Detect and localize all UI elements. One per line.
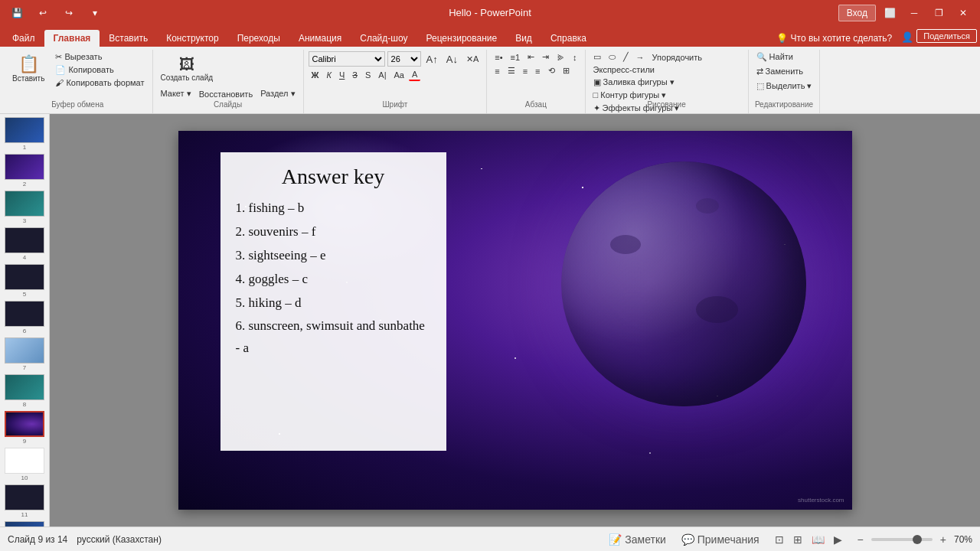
section-button[interactable]: Раздел ▾ — [257, 88, 298, 99]
shadow-button[interactable]: S — [362, 70, 374, 80]
shape-rect[interactable]: ▭ — [590, 51, 604, 63]
italic-button[interactable]: К — [324, 70, 335, 80]
cut-button[interactable]: ✂ Вырезать — [52, 51, 147, 63]
paste-label: Вставить — [12, 74, 44, 83]
slide-thumbnail-6[interactable] — [5, 301, 44, 327]
arrange-button[interactable]: Упорядочить — [649, 51, 705, 63]
customize-quick-access[interactable]: ▾ — [84, 2, 106, 24]
slide-thumbnail-2[interactable] — [5, 154, 44, 180]
slide-thumbnail-3[interactable] — [5, 191, 44, 217]
justify-button[interactable]: ≡ — [532, 66, 543, 77]
increase-font-button[interactable]: A↑ — [423, 53, 441, 66]
clear-format-button[interactable]: ✕A — [463, 54, 482, 65]
replace-button[interactable]: ⇄ Заменить — [753, 66, 815, 77]
reset-button[interactable]: Восстановить — [196, 88, 256, 99]
align-right-button[interactable]: ≡ — [520, 66, 531, 77]
align-left-button[interactable]: ≡ — [492, 66, 502, 77]
shape-arrow[interactable]: → — [633, 51, 648, 63]
slide-thumbnail-9[interactable] — [5, 411, 44, 437]
new-slide-button[interactable]: 🖼 Создать слайд — [158, 54, 217, 83]
layout-button[interactable]: Макет ▾ — [158, 88, 194, 99]
crater1 — [610, 235, 641, 254]
close-button[interactable]: ✕ — [952, 2, 974, 24]
slide-options: Макет ▾ Восстановить Раздел ▾ — [158, 88, 299, 99]
select-button[interactable]: ⬚ Выделить ▾ — [753, 80, 815, 92]
para-row2: ≡ ☰ ≡ ≡ ⟲ ⊞ — [492, 65, 572, 77]
fill-shape-button[interactable]: ▣ Заливка фигуры ▾ — [590, 77, 683, 88]
strikethrough-button[interactable]: З — [349, 70, 361, 80]
tab-help[interactable]: Справка — [541, 30, 596, 47]
quick-styles-button[interactable]: Экспресс-стили — [590, 64, 658, 75]
paste-button[interactable]: 📋 Вставить — [8, 51, 49, 86]
tab-transitions[interactable]: Переходы — [228, 30, 289, 47]
save-icon[interactable]: 💾 — [6, 2, 28, 24]
decrease-indent-button[interactable]: ⇤ — [524, 51, 537, 63]
reading-view-button[interactable]: 📖 — [808, 532, 828, 547]
decrease-font-button[interactable]: A↓ — [443, 53, 461, 66]
tab-insert[interactable]: Вставить — [100, 30, 157, 47]
underline-button[interactable]: Ч — [336, 70, 348, 80]
tab-file[interactable]: Файл — [3, 30, 44, 47]
normal-view-button[interactable]: ⊡ — [772, 532, 787, 547]
zoom-in-button[interactable]: + — [937, 532, 949, 547]
slide-thumbnail-8[interactable] — [5, 374, 44, 400]
tab-review[interactable]: Рецензирование — [416, 30, 506, 47]
maximize-button[interactable]: ❐ — [928, 2, 949, 24]
answer-key-title: Answer key — [236, 165, 431, 189]
slide-thumbnail-12[interactable] — [5, 521, 44, 527]
increase-indent-button[interactable]: ⇥ — [539, 51, 552, 63]
titlebar: 💾 ↩ ↪ ▾ Hello - PowerPoint Вход ⬜ ─ ❐ ✕ — [0, 0, 980, 25]
text-direction-button[interactable]: ⟲ — [545, 65, 558, 77]
comments-button[interactable]: 💬 Примечания — [678, 532, 763, 547]
minimize-button[interactable]: ─ — [903, 2, 925, 24]
sign-in-button[interactable]: Вход — [838, 5, 876, 21]
font-color-button[interactable]: А — [409, 69, 420, 81]
bold-button[interactable]: Ж — [309, 70, 322, 80]
slideshow-button[interactable]: ▶ — [831, 532, 845, 547]
window-title: Hello - PowerPoint — [449, 7, 531, 18]
slide-thumbnail-1[interactable] — [5, 117, 44, 143]
slide-canvas[interactable]: Answer key 1. fishing – b 2. souvenirs –… — [50, 114, 980, 527]
bullets-button[interactable]: ≡• — [492, 52, 505, 63]
slide-thumb-container-11: 11 — [5, 484, 44, 518]
font-name-select[interactable]: Calibri — [309, 51, 385, 67]
notes-button[interactable]: 📝 Заметки — [606, 532, 668, 547]
zoom-level: 70% — [954, 534, 972, 545]
slide-thumbnail-10[interactable] — [5, 448, 44, 474]
shape-line[interactable]: ╱ — [620, 51, 632, 63]
numbering-button[interactable]: ≡1 — [508, 52, 524, 63]
presenter-view-icon[interactable]: ⬜ — [879, 2, 900, 24]
ribbon-group-slides: 🖼 Создать слайд Макет ▾ Восстановить Раз… — [153, 50, 304, 113]
shape-ellipse[interactable]: ⬭ — [606, 51, 619, 63]
slide-thumbnail-5[interactable] — [5, 264, 44, 290]
slide-thumb-container-10: 10 — [5, 448, 44, 481]
copy-button[interactable]: 📄 Копировать — [52, 64, 147, 76]
undo-icon[interactable]: ↩ — [32, 2, 54, 24]
smart-art-button[interactable]: ⊞ — [560, 65, 573, 77]
format-painter-button[interactable]: 🖌 Копировать формат — [52, 77, 147, 88]
tab-slideshow[interactable]: Слайд-шоу — [351, 30, 416, 47]
redo-icon[interactable]: ↪ — [58, 2, 80, 24]
slide-thumbnail-4[interactable] — [5, 227, 44, 253]
slide-thumbnail-7[interactable] — [5, 337, 44, 364]
slide-sorter-button[interactable]: ⊞ — [790, 532, 805, 547]
find-button[interactable]: 🔍 Найти — [753, 51, 815, 63]
share-button[interactable]: Поделиться — [916, 29, 977, 43]
tab-animations[interactable]: Анимация — [289, 30, 351, 47]
line-spacing-button[interactable]: ↕ — [570, 52, 580, 63]
zoom-out-button[interactable]: − — [854, 532, 867, 547]
columns-button[interactable]: ⫸ — [554, 52, 568, 63]
zoom-slider[interactable] — [871, 538, 933, 541]
answer-item-2: 2. souvenirs – f — [236, 220, 431, 244]
outline-shape-button[interactable]: □ Контур фигуры ▾ — [590, 90, 683, 101]
slide-thumbnail-11[interactable] — [5, 484, 44, 510]
case-button[interactable]: Aa — [391, 70, 407, 80]
tab-view[interactable]: Вид — [506, 30, 541, 47]
font-size-select[interactable]: 26 — [387, 51, 421, 67]
tab-design[interactable]: Конструктор — [157, 30, 227, 47]
font-spacing-button[interactable]: A| — [375, 70, 389, 80]
tab-home[interactable]: Главная — [44, 30, 100, 47]
statusbar: Слайд 9 из 14 русский (Казахстан) 📝 Заме… — [0, 527, 980, 551]
align-center-button[interactable]: ☰ — [505, 65, 518, 77]
answer-key-box[interactable]: Answer key 1. fishing – b 2. souvenirs –… — [220, 152, 446, 451]
